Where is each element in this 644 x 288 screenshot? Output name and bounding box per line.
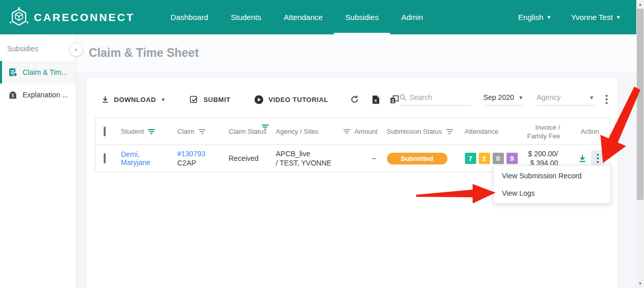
month-select[interactable]: Sep 2020 ▼: [483, 93, 523, 106]
title-bar: Claim & Time Sheet: [76, 34, 636, 72]
row-kebab-menu-icon[interactable]: [591, 150, 604, 167]
column-student[interactable]: Student: [121, 128, 144, 135]
sidebar-item-claim-time-sheet[interactable]: Claim & Tim...: [0, 61, 76, 84]
vertical-scrollbar[interactable]: ▲ ▼: [636, 0, 644, 288]
attendance-badge: 9: [506, 153, 518, 164]
filter-icon[interactable]: [148, 129, 155, 134]
filter-icon[interactable]: [199, 129, 206, 134]
filter-icon[interactable]: [446, 129, 453, 134]
row-checkbox[interactable]: [104, 153, 106, 163]
column-invoice-family-fee[interactable]: Invoice / Family Fee: [524, 123, 560, 140]
svg-text:$: $: [12, 93, 14, 98]
download-button[interactable]: DOWNLOAD ▼: [101, 95, 166, 104]
explanation-money-icon: $: [8, 90, 17, 99]
scrollbar-thumb[interactable]: [637, 9, 643, 200]
sidebar-item-explanation[interactable]: $ Explanation ...: [0, 84, 76, 106]
app-header: CARECONNECT Dashboard Students Attendanc…: [0, 0, 636, 34]
search-input[interactable]: [409, 93, 471, 101]
claim-code: C2AP: [178, 159, 197, 167]
sidebar-item-label: Claim & Tim...: [23, 68, 67, 76]
claim-status-value: Received: [229, 154, 259, 162]
claim-sheet-icon: [8, 68, 17, 77]
menu-item-view-logs[interactable]: View Logs: [494, 184, 611, 202]
page-title: Claim & Time Sheet: [89, 46, 199, 60]
agency-select[interactable]: Agency ▼: [537, 93, 594, 106]
language-dropdown[interactable]: English ▼: [518, 13, 552, 22]
nav-admin[interactable]: Admin: [390, 0, 435, 34]
menu-item-view-submission-record[interactable]: View Submission Record: [494, 167, 611, 184]
chevron-down-icon: ▼: [518, 95, 523, 100]
refresh-icon[interactable]: [350, 95, 359, 104]
attendance-badges: 7 2 0 9: [465, 153, 518, 164]
column-agency-sites[interactable]: Agency / Sites: [276, 128, 319, 135]
nav-subsidies[interactable]: Subsidies: [334, 0, 390, 34]
careconnect-logo-icon: [9, 7, 29, 28]
search-field[interactable]: [399, 93, 471, 106]
agency-name: APCB_live: [276, 150, 310, 158]
main-nav: Dashboard Students Attendance Subsidies …: [159, 0, 434, 34]
sidebar: Subsidies Claim & Tim... $: [0, 34, 76, 288]
sidebar-collapse-button[interactable]: ‹: [69, 43, 83, 56]
attendance-badge: 2: [479, 153, 490, 164]
chevron-down-icon: ▼: [616, 14, 621, 20]
submit-checkbox-icon: [189, 95, 199, 104]
column-attendance[interactable]: Attendance: [465, 128, 499, 135]
scroll-down-icon[interactable]: ▼: [636, 279, 644, 287]
toolbar-kebab-menu-icon[interactable]: [602, 93, 611, 106]
brand: CARECONNECT: [0, 7, 134, 28]
attendance-badge: 0: [493, 153, 504, 164]
main-content: Claim & Time Sheet DOWNLOAD ▼: [76, 34, 636, 288]
copy-icon[interactable]: [389, 95, 399, 104]
sidebar-item-label: Explanation ...: [23, 91, 68, 99]
chevron-down-icon: ▼: [547, 14, 552, 20]
download-icon: [101, 95, 109, 104]
amount-value: --: [372, 154, 376, 162]
column-submission-status[interactable]: Submission Status: [387, 128, 442, 135]
column-action: Action: [581, 128, 599, 135]
agency-site: / TEST, YVONNE: [276, 159, 331, 167]
submission-status-badge: Submitted: [387, 153, 447, 164]
claim-id-link[interactable]: #130793: [178, 150, 206, 158]
brand-name: CARECONNECT: [34, 11, 134, 24]
video-tutorial-button[interactable]: VIDEO TUTORIAL: [254, 95, 328, 105]
search-icon: [399, 94, 406, 101]
student-link[interactable]: Demi, Maryjane: [121, 150, 151, 167]
scroll-up-icon[interactable]: ▲: [636, 0, 644, 8]
excel-export-icon[interactable]: x: [372, 95, 380, 105]
chevron-down-icon: ▼: [589, 95, 594, 100]
column-claim-status[interactable]: Claim Status: [229, 128, 267, 135]
invoice-value: $ 200.00/: [528, 150, 558, 158]
table-header-row: Student Claim Claim Status Agency / Site…: [95, 118, 610, 145]
row-context-menu: View Submission Record View Logs: [493, 165, 611, 204]
nav-attendance[interactable]: Attendance: [272, 0, 334, 34]
toolbar: DOWNLOAD ▼ SUBMIT: [101, 90, 611, 109]
filter-icon[interactable]: [262, 125, 269, 130]
chevron-down-icon: ▼: [161, 97, 166, 102]
column-claim[interactable]: Claim: [178, 128, 194, 135]
nav-students[interactable]: Students: [220, 0, 272, 34]
nav-dashboard[interactable]: Dashboard: [159, 0, 219, 34]
claims-table: Student Claim Claim Status Agency / Site…: [95, 118, 610, 172]
play-circle-icon: [254, 95, 264, 105]
sidebar-section-label: Subsidies: [0, 34, 76, 61]
user-menu[interactable]: Yvonne Test ▼: [571, 13, 621, 22]
column-amount[interactable]: Amount: [355, 128, 378, 135]
attendance-badge: 7: [465, 153, 476, 164]
row-download-icon[interactable]: [578, 154, 587, 163]
select-all-checkbox[interactable]: [104, 127, 106, 136]
submit-button[interactable]: SUBMIT: [189, 95, 230, 104]
svg-text:x: x: [374, 98, 377, 103]
filter-icon[interactable]: [343, 129, 350, 134]
